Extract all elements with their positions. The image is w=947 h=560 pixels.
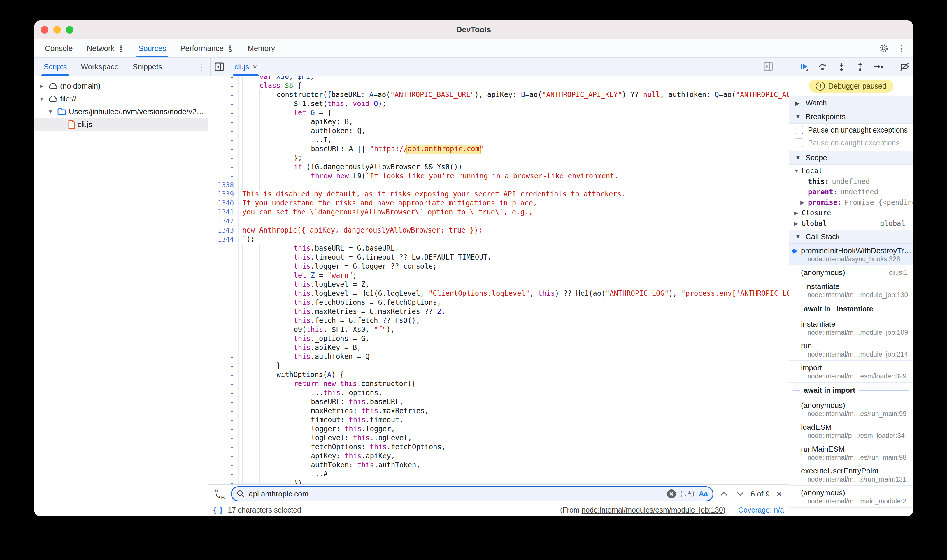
line-number[interactable]: - bbox=[208, 289, 239, 298]
step-into-icon[interactable] bbox=[836, 61, 847, 72]
code-editor[interactable]: -var X50, $F1;-class $8 {-constructor({b… bbox=[208, 76, 789, 484]
source-origin-link[interactable]: node:internal/modules/esm/module_job:130 bbox=[581, 506, 723, 514]
line-number[interactable]: - bbox=[208, 461, 239, 470]
chevron-down-icon[interactable]: ▾ bbox=[37, 95, 46, 102]
resume-script-icon[interactable] bbox=[798, 61, 810, 72]
call-stack-frame[interactable]: runMainESMnode:internal/m…es/run_main:98 bbox=[789, 442, 913, 464]
line-number[interactable]: - bbox=[208, 280, 239, 289]
tab-scripts[interactable]: Scripts bbox=[37, 58, 74, 76]
scope-global[interactable]: ▶ Global global bbox=[789, 218, 913, 229]
line-number[interactable]: - bbox=[208, 135, 239, 145]
line-number[interactable]: - bbox=[208, 90, 239, 99]
tab-memory[interactable]: Memory bbox=[241, 39, 282, 57]
line-number[interactable]: - bbox=[208, 253, 239, 262]
call-stack-frame[interactable]: loadESMnode:internal/p…/esm_loader:34 bbox=[789, 420, 913, 442]
call-stack-frame[interactable]: promiseInitHookWithDestroyTr…node:intern… bbox=[789, 243, 913, 265]
line-number[interactable]: - bbox=[208, 81, 239, 90]
next-match-icon[interactable] bbox=[734, 488, 746, 500]
hide-navigator-icon[interactable] bbox=[213, 61, 225, 72]
section-scope[interactable]: ▼ Scope bbox=[789, 151, 913, 165]
call-stack-frame[interactable]: instantiatenode:internal/m…module_job:10… bbox=[789, 317, 913, 339]
line-number[interactable]: 1340 bbox=[208, 199, 239, 208]
line-number[interactable]: - bbox=[208, 443, 239, 452]
close-window-button[interactable] bbox=[41, 26, 48, 34]
line-number[interactable]: - bbox=[208, 108, 239, 117]
tree-item-folder[interactable]: ▾ Users/jinhuilee/.nvm/versions/node/v2… bbox=[34, 105, 208, 118]
line-number[interactable]: - bbox=[208, 298, 239, 307]
pause-caught-checkbox[interactable] bbox=[794, 138, 803, 147]
pause-caught-row[interactable]: Pause on caught exceptions bbox=[789, 136, 913, 149]
coverage-link[interactable]: Coverage: n/a bbox=[738, 506, 784, 514]
step-over-icon[interactable] bbox=[817, 61, 828, 72]
pause-uncaught-checkbox[interactable] bbox=[794, 126, 803, 134]
file-tab-clijs[interactable]: cli.js × bbox=[229, 58, 262, 76]
minimize-window-button[interactable] bbox=[53, 26, 61, 34]
search-query[interactable]: api.anthropic.com bbox=[249, 489, 663, 498]
line-number[interactable]: - bbox=[208, 406, 239, 415]
replace-toggle-icon[interactable]: AB bbox=[213, 487, 226, 500]
line-number[interactable]: 1343 bbox=[208, 226, 239, 235]
chevron-right-icon[interactable]: ▸ bbox=[37, 83, 46, 89]
tree-item-no-domain[interactable]: ▸ (no domain) bbox=[34, 80, 208, 92]
call-stack-frame[interactable]: (anonymous)node:internal/m…main_module:2 bbox=[789, 486, 913, 508]
line-number[interactable]: - bbox=[208, 361, 239, 370]
more-options-icon[interactable]: ⋮ bbox=[895, 43, 908, 54]
section-breakpoints[interactable]: ▼ Breakpoints bbox=[789, 110, 913, 123]
line-number[interactable]: - bbox=[208, 379, 239, 388]
line-number[interactable]: - bbox=[208, 126, 239, 135]
pretty-print-icon[interactable]: { } bbox=[213, 506, 223, 515]
settings-gear-icon[interactable] bbox=[878, 43, 890, 54]
tab-workspace[interactable]: Workspace bbox=[74, 58, 126, 76]
line-number[interactable]: - bbox=[208, 172, 239, 181]
match-case-toggle[interactable]: Aa bbox=[699, 490, 708, 498]
line-number[interactable]: - bbox=[208, 470, 239, 479]
section-call-stack[interactable]: ▼ Call Stack bbox=[789, 230, 913, 243]
line-number[interactable]: - bbox=[208, 307, 239, 316]
line-number[interactable]: - bbox=[208, 370, 239, 379]
tab-performance[interactable]: Performance bbox=[173, 39, 241, 57]
line-number[interactable]: - bbox=[208, 479, 239, 484]
clear-search-icon[interactable]: ✕ bbox=[667, 489, 676, 498]
previous-match-icon[interactable] bbox=[718, 488, 730, 500]
line-number[interactable]: - bbox=[208, 99, 239, 108]
deactivate-breakpoints-icon[interactable] bbox=[899, 61, 910, 72]
line-number[interactable]: 1341 bbox=[208, 208, 239, 217]
line-number[interactable]: - bbox=[208, 325, 239, 334]
line-number[interactable]: - bbox=[208, 334, 239, 343]
step-out-icon[interactable] bbox=[854, 61, 866, 72]
line-number[interactable]: 1338 bbox=[208, 181, 239, 190]
line-number[interactable]: - bbox=[208, 163, 239, 172]
pause-uncaught-row[interactable]: Pause on uncaught exceptions bbox=[789, 123, 913, 136]
step-icon[interactable] bbox=[873, 61, 885, 72]
chevron-right-icon[interactable]: ▶ bbox=[800, 199, 808, 206]
line-number[interactable]: 1342 bbox=[208, 217, 239, 226]
line-number[interactable]: - bbox=[208, 425, 239, 434]
line-number[interactable]: - bbox=[208, 145, 239, 154]
line-number[interactable]: - bbox=[208, 244, 239, 253]
tab-console[interactable]: Console bbox=[38, 39, 80, 57]
line-number[interactable]: - bbox=[208, 271, 239, 280]
call-stack-frame[interactable]: (anonymous)node:internal/m…es/run_main:9… bbox=[789, 398, 913, 420]
line-number[interactable]: 1339 bbox=[208, 190, 239, 199]
regex-toggle[interactable]: (.*) bbox=[679, 490, 696, 498]
call-stack-frame[interactable]: _instantiatenode:internal/m…module_job:1… bbox=[789, 279, 913, 301]
line-number[interactable]: - bbox=[208, 343, 239, 352]
line-number[interactable]: - bbox=[208, 452, 239, 461]
navigator-more-icon[interactable]: ⋮ bbox=[195, 62, 207, 72]
line-number[interactable]: - bbox=[208, 434, 239, 443]
search-input[interactable]: api.anthropic.com ✕ (.*) Aa bbox=[231, 486, 713, 502]
tab-network[interactable]: Network bbox=[80, 39, 131, 57]
tab-snippets[interactable]: Snippets bbox=[126, 58, 169, 76]
line-number[interactable]: - bbox=[208, 117, 239, 126]
line-number[interactable]: - bbox=[208, 388, 239, 397]
line-number[interactable]: - bbox=[208, 415, 239, 425]
line-number[interactable]: - bbox=[208, 262, 239, 271]
scope-promise[interactable]: ▶ promise: Promise {<pending>} bbox=[789, 197, 913, 208]
close-search-icon[interactable]: ✕ bbox=[774, 489, 784, 499]
line-number[interactable]: - bbox=[208, 154, 239, 163]
scope-local[interactable]: ▼ Local bbox=[789, 166, 913, 176]
tab-sources[interactable]: Sources bbox=[131, 39, 173, 57]
line-number[interactable]: 1344 bbox=[208, 235, 239, 244]
line-number[interactable]: - bbox=[208, 76, 239, 81]
call-stack-frame[interactable]: executeUserEntryPointnode:internal/m…s/r… bbox=[789, 464, 913, 486]
